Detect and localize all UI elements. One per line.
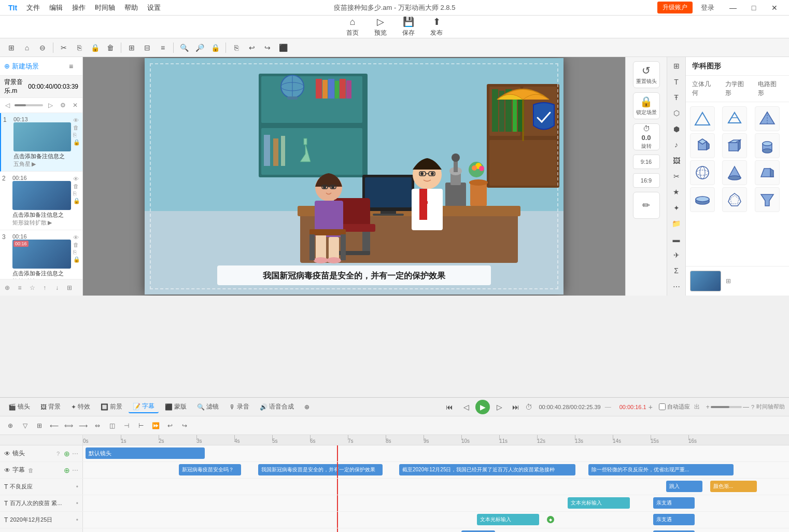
shape-sphere[interactable]: [690, 160, 715, 185]
edit-btn-export[interactable]: ⬛: [276, 40, 290, 55]
clip-subtitle-3[interactable]: 截至2020年12月25日，我国已经开展了近百万人次的疫苗紧急接种: [399, 464, 575, 475]
export-label[interactable]: 出: [694, 403, 700, 411]
timeline-help-button[interactable]: ? 时间轴帮助: [751, 403, 785, 411]
edit-btn-align[interactable]: ⊞: [4, 40, 19, 55]
help-icon-lens[interactable]: ?: [57, 451, 60, 457]
edit-btn-minus[interactable]: ⊖: [35, 40, 50, 55]
upgrade-button[interactable]: 升级账户: [657, 2, 693, 13]
aspect-ratio2-button[interactable]: 16:9: [633, 173, 660, 188]
preview-expand[interactable]: ⊞: [723, 276, 734, 286]
edit-btn-copy2[interactable]: ⎘: [229, 40, 244, 55]
time-add-button[interactable]: +: [649, 403, 653, 411]
scene-down-btn[interactable]: ↓: [52, 283, 62, 293]
track-align-right[interactable]: ⟶: [77, 419, 89, 432]
track-select-button[interactable]: ⊞: [33, 419, 46, 432]
clip-bad-color[interactable]: 颜色渐...: [710, 481, 757, 492]
tl-tab-subtitle[interactable]: 📝 字幕: [129, 400, 159, 413]
add-scene-btn[interactable]: ⊕: [2, 283, 12, 293]
clip-bad-jump[interactable]: 跳入: [666, 481, 702, 492]
scene-up-btn[interactable]: ↑: [39, 283, 50, 293]
icon-star[interactable]: ★: [669, 185, 684, 199]
auto-adapt-checkbox[interactable]: [659, 403, 666, 410]
play-button[interactable]: ▶: [475, 400, 490, 414]
tl-tab-fg[interactable]: 🔲 前景: [96, 401, 126, 413]
track-align-distribute[interactable]: ⇔: [91, 419, 104, 432]
scene-lock-2[interactable]: 🔒: [73, 198, 80, 204]
scene-item-1[interactable]: 1 00:13 点击添加备注信息之 五角星 ▶ 👁 🗑 ⎘: [0, 113, 82, 172]
canvas-frame[interactable]: 我国新冠病毒疫苗是安全的，并有一定的保护效果: [145, 58, 563, 295]
step-back-button[interactable]: ⏮: [442, 400, 457, 414]
icon-music[interactable]: ♪: [669, 138, 684, 151]
scene-lock-1[interactable]: 🔒: [73, 139, 80, 146]
scene-list-btn[interactable]: ≡: [15, 283, 25, 293]
track-dot-millions[interactable]: •: [76, 500, 78, 507]
shape-disk[interactable]: [690, 187, 715, 212]
icon-photo[interactable]: 🖼: [669, 153, 684, 167]
edit-btn-table[interactable]: ⊟: [140, 40, 154, 55]
lens-add-btn[interactable]: ⊕: [64, 450, 70, 458]
clip-date-qzy[interactable]: 亲支遇: [653, 514, 695, 525]
maximize-button[interactable]: □: [743, 0, 764, 16]
scene-del-2[interactable]: 🗑: [73, 183, 80, 189]
icon-t2[interactable]: Ŧ: [669, 91, 684, 104]
scene-star-btn[interactable]: ☆: [27, 283, 37, 293]
audio-vol-down[interactable]: ◁: [2, 100, 12, 110]
scene-eye-2[interactable]: 👁: [73, 176, 80, 182]
new-scene-button[interactable]: ⊕ 新建场景: [4, 62, 39, 71]
edit-mode-button[interactable]: ✏: [633, 192, 660, 219]
track-filter-button[interactable]: ▽: [19, 419, 31, 432]
scene-lock-3[interactable]: 🔒: [73, 256, 80, 263]
track-eye-millions[interactable]: T: [4, 500, 8, 507]
icon-t[interactable]: T: [669, 75, 684, 88]
tl-tab-more[interactable]: ⊕: [300, 402, 314, 412]
rotate-button[interactable]: ⏱ 0.0 旋转: [633, 123, 660, 150]
menu-edit[interactable]: 编辑: [45, 2, 67, 13]
home-button[interactable]: ⌂ 首页: [346, 17, 359, 37]
shape-cube[interactable]: [690, 133, 715, 158]
icon-plane[interactable]: ✈: [669, 248, 684, 262]
track-speed[interactable]: ⏩: [149, 419, 162, 432]
clip-subtitle-2[interactable]: 我国新冠病毒疫苗是安全的，并有一定的保护效果: [258, 464, 383, 475]
shape-irregular[interactable]: [722, 187, 747, 212]
scene-copy-1[interactable]: ⎘: [73, 132, 80, 138]
clip-date-diamond[interactable]: ◆: [547, 516, 554, 523]
track-eye-date[interactable]: T: [4, 516, 8, 524]
zoom-out-timeline[interactable]: —: [743, 403, 749, 411]
clip-date-cursor[interactable]: 文本光标输入: [477, 514, 539, 525]
edit-btn-lock[interactable]: 🔒: [88, 40, 102, 55]
aspect-ratio-button[interactable]: 9:16: [633, 155, 660, 169]
edit-btn-zoomin[interactable]: 🔍: [177, 40, 191, 55]
shape-trapezoid[interactable]: [755, 160, 780, 185]
scene-copy-2[interactable]: ⎘: [73, 190, 80, 197]
icon-more[interactable]: ⋯: [669, 280, 684, 293]
menu-help[interactable]: 帮助: [120, 2, 142, 13]
track-add-button[interactable]: ⊕: [4, 419, 17, 432]
track-merge[interactable]: ⊢: [135, 419, 147, 432]
scene-del-3[interactable]: 🗑: [73, 242, 80, 248]
track-dot-bad[interactable]: •: [76, 483, 78, 491]
shape-triangle[interactable]: [690, 106, 715, 131]
scene-eye-3[interactable]: 👁: [73, 234, 80, 241]
track-redo-btn[interactable]: ↪: [178, 419, 191, 432]
edit-btn-grid[interactable]: ⊞: [124, 40, 139, 55]
scene-item-2[interactable]: 2 00:16 点击添加备注信息之 矩形旋转扩散 ▶ 👁 🗑 ⎘: [0, 172, 82, 230]
login-button[interactable]: 登录: [701, 3, 714, 12]
menu-settings[interactable]: 设置: [143, 2, 165, 13]
menu-file[interactable]: 文件: [22, 2, 44, 13]
lock-scene-button[interactable]: 🔒 锁定场景: [633, 92, 660, 119]
clip-millions-qzy[interactable]: 亲支遇: [653, 497, 695, 509]
edit-btn-undo[interactable]: ↩: [245, 40, 259, 55]
edit-btn-redo[interactable]: ↪: [260, 40, 275, 55]
scene-item-3[interactable]: 3 00:16 00:16 点击添加备注信息之 旋转时钟 ▶ 👁: [0, 230, 82, 279]
shape-prism[interactable]: [722, 106, 747, 131]
clip-default-lens[interactable]: 默认镜头: [86, 447, 205, 459]
reset-camera-button[interactable]: ↺ 重置镜头: [633, 61, 660, 88]
icon-folder[interactable]: 📁: [669, 217, 684, 230]
publish-button[interactable]: ⬆ 发布: [430, 16, 443, 37]
scene-expand-btn[interactable]: ⊞: [64, 283, 75, 293]
track-eye-bad[interactable]: T: [4, 483, 8, 491]
edit-btn-home[interactable]: ⌂: [20, 40, 34, 55]
scene-del-1[interactable]: 🗑: [73, 124, 80, 131]
track-reverse[interactable]: ↩: [164, 419, 176, 432]
clip-subtitle-1[interactable]: 新冠病毒疫苗安全吗？: [179, 464, 241, 475]
